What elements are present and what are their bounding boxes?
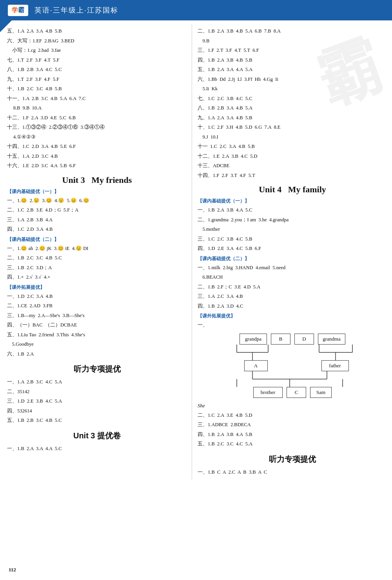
family-tree: grandpa B D grandma A fath xyxy=(198,334,387,398)
answer-line: 十六、1.E 2.D 3.C 4.A 5.B 6.F xyxy=(7,161,187,170)
answer-line: 三、1.A 2.B 3.B 4.A xyxy=(7,215,187,224)
family-box-A: A xyxy=(244,360,268,371)
answer-line: 十四、1.F 2.F 3.T 4.F 5.T xyxy=(198,171,387,180)
page-header: 学霸 英语·三年级上·江苏国标 xyxy=(0,0,392,20)
answer-line: 二、1.grandma 2.you；I am 3.he 4.grandpa xyxy=(198,215,387,224)
unit4-title: Unit 4 My family xyxy=(198,184,387,195)
mother-text: mother xyxy=(206,226,220,232)
answer-line: 八、1.B 2.B 3.A 4.C 5.C xyxy=(7,65,187,74)
answer-line: 四、1.× 2.√ 3.√ 4.× xyxy=(7,273,187,282)
answer-line: 5.mother xyxy=(198,225,387,234)
answer-line: 一、1.A 2.B 3.C 4.C 5.A xyxy=(7,378,187,387)
answer-line: 一、1.B 2.A 3.B 4.A 5.C xyxy=(198,206,387,215)
answer-line: 二、1.B 2.C 3.C 4.B 5.C xyxy=(7,254,187,263)
answer-line: 一、1.D 2.C 3.A 4.B xyxy=(7,292,187,301)
answer-line: 十四、1.C 2.D 3.A 4.B 5.E 6.F xyxy=(7,142,187,151)
answer-line: 三、1.F 2.T 3.F 4.T 5.T 6.F xyxy=(198,46,387,55)
answer-line: 一、1.😊 ah 2.😊 jK 3.😊 iE 4.😟 DI xyxy=(7,244,187,253)
unit3-sub3-title: 【课外拓展提优】 xyxy=(7,284,187,291)
tree-connector-svg xyxy=(198,345,387,360)
answer-line: 四、1.B 2.A 3.D 4.C xyxy=(198,302,387,311)
answer-line: 二、1.B 2.A 3.B 4.B 5.A 6.B 7.B 8.A xyxy=(198,27,387,36)
answer-line: 十一、1.A 2.B 3.C 4.B 5.A 6.A 7.C xyxy=(7,94,187,103)
she-note: She xyxy=(198,401,387,410)
right-top-answers: 二、1.B 2.A 3.B 4.B 5.A 6.B 7.B 8.A 9.B 三、… xyxy=(198,27,387,180)
answer-line: 一、1.😊 2.😟 3.😊 4.😟 5.😐 6.😊 xyxy=(7,196,187,205)
answer-line: 十二、1.E 2.A 3.B 4.C 5.D xyxy=(198,152,387,161)
answer-line: 十三、ADCBE xyxy=(198,161,387,170)
answer-line: 四、1.D 2.E 3.A 4.C 5.B 6.F xyxy=(198,244,387,253)
answer-line: 三、1.C 2.C 3.B 4.C 5.B xyxy=(198,235,387,244)
answer-line: 8.B 9.B 10.A xyxy=(7,104,187,113)
father-text: father xyxy=(329,363,341,369)
answer-line: 5.Ii Kk xyxy=(198,84,387,93)
answer-line: 四、1.B 2.A 3.B 4.B 5.B xyxy=(198,56,387,65)
left-column: 五、1.A 2.A 3.A 4.B 5.B 六、大写：1.EF 2.BAG 3.… xyxy=(0,24,192,480)
answer-line: 四、1.C 2.D 3.A 4.B xyxy=(7,225,187,234)
unit4-sub1-title: 【课内基础提优（一）】 xyxy=(198,198,387,204)
answer-line: 二、35142 xyxy=(7,387,187,396)
unit4-sub2-title: 【课内基础提优（二）】 xyxy=(198,255,387,262)
answer-line: 七、1.C 2.C 3.B 4.C 5.C xyxy=(198,94,387,103)
answer-line: 5.Goodbye xyxy=(7,340,187,349)
unit3-exam-title: Unit 3 提优卷 xyxy=(7,430,187,441)
answer-line: 十一 1.C 2.C 3.A 4.B 5.B xyxy=(198,142,387,151)
answer-line: 三、1.A 2.C 3.A 4.B xyxy=(198,292,387,301)
answer-line: 四、532614 xyxy=(7,407,187,416)
family-box-brother: brother xyxy=(253,387,283,398)
answer-line: 十二、1.F 2.A 3.D 4.E 5.C 6.B xyxy=(7,113,187,122)
answer-line: 五、1.B 2.A 3.A 4.A 5.A xyxy=(198,65,387,74)
answer-line: 五、1.B 2.C 3.C 4.C 5.A xyxy=(198,440,387,449)
listening2-title: 听力专项提优 xyxy=(198,454,387,465)
answer-line: 三、1.D 2.E 3.B 4.C 5.A xyxy=(7,397,187,406)
answer-line: 五、1.Liu Tao 2.friend 3.This 4.She's xyxy=(7,330,187,339)
right-column: 二、1.B 2.A 3.B 4.B 5.A 6.B 7.B 8.A 9.B 三、… xyxy=(192,24,392,480)
answer-line: 三、1.B 2.C 3.D；A xyxy=(7,263,187,272)
answer-line: 一、1.B 2.A 3.A 4.A 5.C xyxy=(7,444,187,453)
answer-line: 小写：1.cg 2.bad 3.fae xyxy=(7,46,187,55)
answer-line: 9.B xyxy=(198,36,387,46)
family-box-Sam: Sam xyxy=(310,387,332,398)
answer-line: 一、1.B C A 2.C A B 3.B A C xyxy=(198,468,387,477)
listening-title: 听力专项提优 xyxy=(7,364,187,374)
answer-line: 五、1.A 2.A 3.A 4.B 5.B xyxy=(7,27,187,36)
answer-line: 九、1.T 2.F 3.F 4.F 5.F xyxy=(7,75,187,84)
answer-line: 一、1.milk 2.big 3.HAND 4.email 5.need xyxy=(198,263,387,272)
logo: 学霸 xyxy=(8,5,28,16)
family-box-C: C xyxy=(287,387,306,398)
tree-connector-svg2 xyxy=(198,371,387,387)
answer-line: 二、1.C 2.B 3.E 4.D；G 5.F；A xyxy=(7,206,187,215)
answer-line: 二、1.CE 2.AD 3.FB xyxy=(7,301,187,310)
answer-line: 十、1.B 2.C 3.C 4.B 5.B xyxy=(7,84,187,93)
unit3-title: Unit 3 My friends xyxy=(7,175,187,185)
answer-line: 9.J 10.I xyxy=(198,133,387,142)
unit3-title-text: Unit 3 My friends xyxy=(62,175,132,185)
answer-line: 十、1.C 2.F 3.H 4.B 5.D 6.G 7.A 8.E xyxy=(198,123,387,132)
answer-line: 六、大写：1.EF 2.BAG 3.BED xyxy=(7,36,187,46)
answer-line: 四、（一）BAC （二）DCBAE xyxy=(7,321,187,330)
family-box-B: B xyxy=(271,334,290,345)
main-content: 五、1.A 2.A 3.A 4.B 5.B 六、大写：1.EF 2.BAG 3.… xyxy=(0,20,392,483)
answer-line: 八、1.B 2.B 3.A 4.B 5.A xyxy=(198,104,387,113)
header-title: 英语·三年级上·江苏国标 xyxy=(34,5,118,15)
answer-line: 4.①④②③ xyxy=(7,133,187,142)
answer-line: 九、1.A 2.A 3.A 4.B 5.B xyxy=(198,113,387,122)
unit4-sub3-title: 【课外拓展提优】 xyxy=(198,313,387,319)
page-number: 112 xyxy=(9,567,16,573)
family-box-grandma: grandma xyxy=(318,334,345,345)
answer-line: 二、1.B 2.F；C 3.E 4.D 5.A xyxy=(198,283,387,292)
family-box-grandpa: grandpa xyxy=(240,334,267,345)
answer-line: 五、1.B 2.B 3.C 4.B 5.C xyxy=(7,416,187,425)
answer-line: 6.BEACH xyxy=(198,273,387,282)
unit3-sub1-title: 【课内基础提优（一）】 xyxy=(7,188,187,195)
corner-decoration xyxy=(0,20,12,32)
brother-text: brother xyxy=(261,389,276,396)
logo-text: 学 xyxy=(12,7,18,13)
answer-line: 六、1.B 2.A xyxy=(7,350,187,359)
answer-line: 十三、1.①③②④ 2.②③④①⑥ 3.③④①④ xyxy=(7,123,187,132)
answer-line: 六、1.Bb Dd 2.Jj Ll 3.Ff Hh 4.Gg Ii xyxy=(198,75,387,84)
unit3-sub2-title: 【课内基础提优（二）】 xyxy=(7,236,187,243)
family-box-D: D xyxy=(294,334,314,345)
answer-line: 七、1.T 2.F 3.F 4.T 5.F xyxy=(7,56,187,65)
top-answers-section: 五、1.A 2.A 3.A 4.B 5.B 六、大写：1.EF 2.BAG 3.… xyxy=(7,27,187,170)
